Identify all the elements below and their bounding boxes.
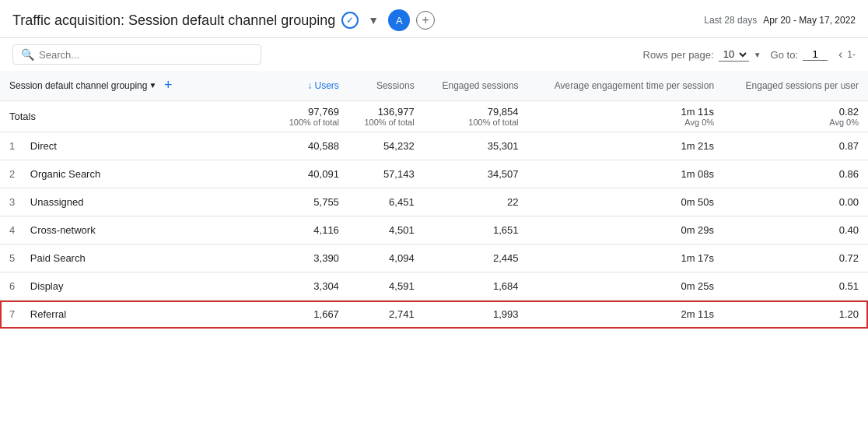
col-add-button[interactable]: + <box>161 79 175 93</box>
row-sessions: 4,591 <box>348 273 424 301</box>
row-number: 7 <box>9 308 15 320</box>
row-avg-engagement: 0m 50s <box>528 188 724 216</box>
row-users: 4,116 <box>273 216 348 244</box>
channel-name[interactable]: Cross-network <box>30 224 96 236</box>
header-left: Traffic acquisition: Session default cha… <box>12 9 435 31</box>
row-engaged-per-user: 0.87 <box>723 132 868 160</box>
totals-label: Totals <box>0 101 273 132</box>
channel-name[interactable]: Referral <box>30 308 66 320</box>
avatar[interactable]: A <box>388 9 410 31</box>
table-header-row: Session default channel grouping ▼ + ↓ U… <box>0 71 868 101</box>
row-avg-engagement: 0m 29s <box>528 216 724 244</box>
rows-dropdown-icon: ▼ <box>754 51 761 59</box>
page-indicator: 1- <box>847 49 856 60</box>
row-avg-engagement: 2m 11s <box>528 301 724 329</box>
row-avg-engagement: 1m 17s <box>528 244 724 273</box>
channel-name[interactable]: Organic Search <box>30 168 100 180</box>
row-avg-engagement: 0m 25s <box>528 273 724 301</box>
col-header-avg-engagement: Average engagement time per session <box>528 71 724 101</box>
prev-page-arrow[interactable]: ‹ <box>837 46 844 63</box>
add-icon[interactable]: + <box>416 11 435 30</box>
toolbar-right: Rows per page: 10 25 50 ▼ Go to: ‹ 1- <box>643 46 856 63</box>
search-icon: 🔍 <box>21 48 34 61</box>
row-engaged: 35,301 <box>424 132 528 160</box>
search-box[interactable]: 🔍 <box>12 44 261 65</box>
row-number: 4 <box>9 224 15 236</box>
row-users: 40,588 <box>273 132 348 160</box>
row-engaged: 34,507 <box>424 160 528 188</box>
header-dropdown-icon[interactable]: ▼ <box>365 12 382 29</box>
row-channel-cell: 7 Referral <box>0 301 273 329</box>
channel-name[interactable]: Display <box>30 280 64 292</box>
table-row: 5 Paid Search 3,390 4,094 2,445 1m 17s 0… <box>0 244 868 273</box>
pagination-nav: ‹ 1- <box>837 46 856 63</box>
row-avg-engagement: 1m 21s <box>528 132 724 160</box>
totals-avg-engagement: 1m 11s Avg 0% <box>528 101 724 132</box>
row-users: 5,755 <box>273 188 348 216</box>
rows-per-page-select[interactable]: 10 25 50 <box>719 47 749 62</box>
row-engaged: 1,651 <box>424 216 528 244</box>
totals-row: Totals 97,769 100% of total 136,977 100%… <box>0 101 868 132</box>
row-engaged-per-user: 0.51 <box>723 273 868 301</box>
col-header-sessions: Sessions <box>348 71 424 101</box>
page-title: Traffic acquisition: Session default cha… <box>12 12 335 29</box>
row-sessions: 57,143 <box>348 160 424 188</box>
row-engaged-per-user: 0.72 <box>723 244 868 273</box>
col-header-channel: Session default channel grouping ▼ + <box>0 71 273 101</box>
channel-name[interactable]: Direct <box>30 140 57 152</box>
channel-dropdown-arrow: ▼ <box>149 80 156 91</box>
row-channel-cell: 2 Organic Search <box>0 160 273 188</box>
table-row: 4 Cross-network 4,116 4,501 1,651 0m 29s… <box>0 216 868 244</box>
row-channel-cell: 4 Cross-network <box>0 216 273 244</box>
goto-box: Go to: <box>771 48 828 61</box>
search-input[interactable] <box>39 49 253 61</box>
table-row: 6 Display 3,304 4,591 1,684 0m 25s 0.51 <box>0 273 868 301</box>
channel-name[interactable]: Paid Search <box>30 252 86 264</box>
row-users: 3,304 <box>273 273 348 301</box>
col-header-engaged-per-user: Engaged sessions per user <box>723 71 868 101</box>
table-row: 7 Referral 1,667 2,741 1,993 2m 11s 1.20 <box>0 301 868 329</box>
totals-sessions: 136,977 100% of total <box>348 101 424 132</box>
row-number: 1 <box>9 140 15 152</box>
totals-engaged: 79,854 100% of total <box>424 101 528 132</box>
page-header: Traffic acquisition: Session default cha… <box>0 0 868 38</box>
toolbar: 🔍 Rows per page: 10 25 50 ▼ Go to: ‹ 1- <box>0 38 868 71</box>
row-number: 6 <box>9 280 15 292</box>
row-avg-engagement: 1m 08s <box>528 160 724 188</box>
date-range-label: Last 28 days <box>704 15 757 26</box>
goto-input[interactable] <box>803 48 828 61</box>
row-sessions: 6,451 <box>348 188 424 216</box>
row-engaged-per-user: 0.40 <box>723 216 868 244</box>
row-users: 3,390 <box>273 244 348 273</box>
row-engaged: 1,684 <box>424 273 528 301</box>
totals-engaged-per-user: 0.82 Avg 0% <box>723 101 868 132</box>
row-sessions: 4,094 <box>348 244 424 273</box>
row-engaged: 1,993 <box>424 301 528 329</box>
row-channel-cell: 3 Unassigned <box>0 188 273 216</box>
row-users: 1,667 <box>273 301 348 329</box>
row-number: 3 <box>9 196 15 208</box>
row-engaged-per-user: 0.00 <box>723 188 868 216</box>
col-header-users[interactable]: ↓ Users <box>273 71 348 101</box>
row-channel-cell: 6 Display <box>0 273 273 301</box>
channel-dropdown[interactable]: Session default channel grouping ▼ <box>9 79 156 93</box>
col-header-engaged: Engaged sessions <box>424 71 528 101</box>
row-engaged-per-user: 0.86 <box>723 160 868 188</box>
row-sessions: 54,232 <box>348 132 424 160</box>
row-number: 5 <box>9 252 15 264</box>
table-row: 2 Organic Search 40,091 57,143 34,507 1m… <box>0 160 868 188</box>
row-sessions: 2,741 <box>348 301 424 329</box>
totals-users: 97,769 100% of total <box>273 101 348 132</box>
date-range: Apr 20 - May 17, 2022 <box>763 15 856 26</box>
check-icon[interactable]: ✓ <box>341 12 359 29</box>
row-sessions: 4,501 <box>348 216 424 244</box>
row-number: 2 <box>9 168 15 180</box>
row-channel-cell: 5 Paid Search <box>0 244 273 273</box>
row-engaged: 2,445 <box>424 244 528 273</box>
data-table: Session default channel grouping ▼ + ↓ U… <box>0 71 868 329</box>
channel-name[interactable]: Unassigned <box>30 196 84 208</box>
row-engaged-per-user: 1.20 <box>723 301 868 329</box>
rows-per-page-label: Rows per page: <box>643 49 714 61</box>
table-row: 1 Direct 40,588 54,232 35,301 1m 21s 0.8… <box>0 132 868 160</box>
row-channel-cell: 1 Direct <box>0 132 273 160</box>
